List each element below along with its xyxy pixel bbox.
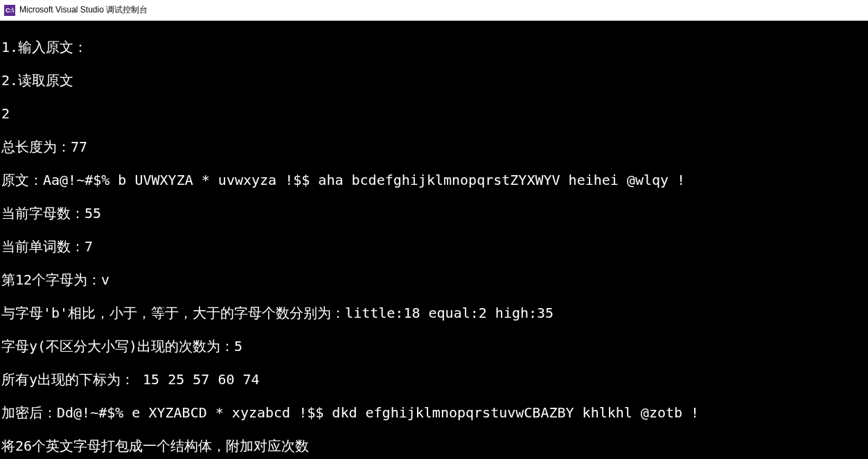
console-line: 当前单词数：7 xyxy=(1,238,867,255)
console-line: 总长度为：77 xyxy=(1,138,867,155)
app-icon: C:\ xyxy=(4,5,15,16)
console-line: 1.输入原文： xyxy=(1,39,867,55)
console-line: 加密后：Dd@!~#$% e XYZABCD * xyzabcd !$$ dkd… xyxy=(1,404,867,421)
console-line: 与字母'b'相比，小于，等于，大于的字母个数分别为：little:18 equa… xyxy=(1,305,867,321)
console-line: 字母y(不区分大小写)出现的次数为：5 xyxy=(1,338,867,354)
console-line: 将26个英文字母打包成一个结构体，附加对应次数 xyxy=(1,438,867,454)
console-line: 第12个字母为：v xyxy=(1,271,867,288)
window-title: Microsoft Visual Studio 调试控制台 xyxy=(19,4,148,16)
console-line: 原文：Aa@!~#$% b UVWXYZA * uvwxyza !$$ aha … xyxy=(1,172,867,188)
console-output[interactable]: 1.输入原文： 2.读取原文 2 总长度为：77 原文：Aa@!~#$% b U… xyxy=(0,21,868,459)
console-line: 当前字母数：55 xyxy=(1,205,867,222)
window-titlebar[interactable]: C:\ Microsoft Visual Studio 调试控制台 xyxy=(0,0,868,21)
console-line: 2 xyxy=(1,105,867,122)
console-line: 2.读取原文 xyxy=(1,72,867,89)
console-line: 所有y出现的下标为： 15 25 57 60 74 xyxy=(1,371,867,388)
